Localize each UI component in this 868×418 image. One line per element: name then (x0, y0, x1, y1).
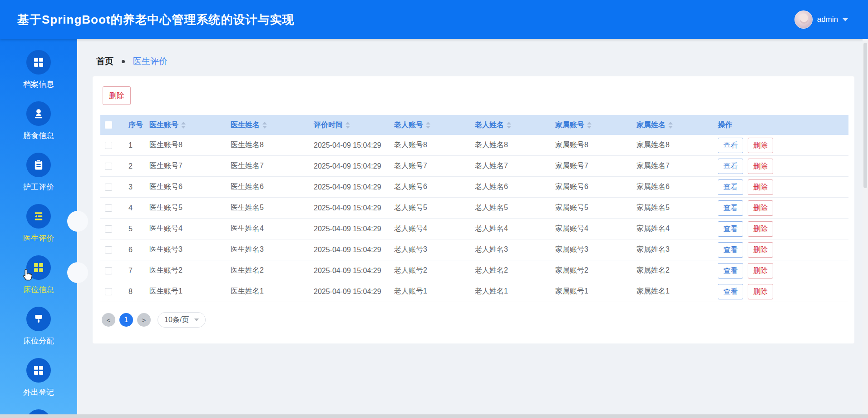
table-row: 8 医生账号1 医生姓名1 2025-04-09 15:04:29 老人账号1 … (100, 281, 848, 302)
sidebar-item-label: 医生评价 (23, 233, 54, 244)
sidebar-item-外出登记[interactable]: 外出登记 (0, 353, 77, 404)
row-delete-button[interactable]: 删除 (748, 179, 773, 195)
cell-eval-time: 2025-04-09 15:04:29 (309, 288, 390, 296)
chevron-down-icon (194, 318, 199, 321)
cell-elder-name: 老人姓名1 (470, 287, 551, 296)
sort-icon[interactable] (507, 122, 511, 129)
cell-family-account: 家属账号3 (551, 245, 632, 254)
breadcrumb-home[interactable]: 首页 (96, 55, 113, 67)
next-page-button[interactable]: > (137, 313, 151, 327)
view-button[interactable]: 查看 (718, 159, 743, 174)
view-button[interactable]: 查看 (718, 284, 743, 299)
column-label: 家属账号 (555, 120, 584, 130)
user-menu[interactable]: admin (794, 10, 848, 29)
page-scrollbar[interactable] (863, 39, 868, 414)
sort-icon[interactable] (345, 122, 350, 129)
row-delete-button[interactable]: 删除 (748, 200, 773, 216)
column-header-7[interactable]: 家属账号 (551, 120, 632, 130)
page-size-select[interactable]: 10条/页 (158, 312, 206, 328)
cell-doctor-name: 医生姓名4 (226, 224, 309, 234)
column-header-1: 序号 (124, 120, 145, 130)
column-header-8[interactable]: 家属姓名 (632, 120, 713, 130)
cell-index: 1 (124, 141, 145, 149)
select-all-checkbox[interactable] (105, 121, 112, 129)
sidebar-item-膳食信息[interactable]: 膳食信息 (0, 96, 77, 147)
sort-icon[interactable] (262, 122, 267, 129)
row-delete-button[interactable]: 删除 (748, 138, 773, 153)
cell-elder-account: 老人账号6 (390, 182, 470, 192)
column-header-6[interactable]: 老人姓名 (470, 120, 551, 130)
view-button[interactable]: 查看 (718, 263, 743, 279)
cell-family-name: 家属姓名8 (632, 140, 713, 150)
breadcrumb-separator-icon (122, 60, 125, 63)
sidebar-item-档案信息[interactable]: 档案信息 (0, 45, 77, 96)
view-button[interactable]: 查看 (718, 138, 743, 153)
cell-index: 2 (124, 162, 145, 170)
row-checkbox[interactable] (105, 163, 112, 170)
row-checkbox[interactable] (105, 204, 112, 212)
row-delete-button[interactable]: 删除 (748, 159, 773, 174)
row-checkbox[interactable] (105, 267, 112, 274)
sidebar-item-label: 档案信息 (23, 79, 54, 90)
column-header-4[interactable]: 评价时间 (309, 120, 390, 130)
sidebar-item-床位信息[interactable]: 床位信息 (0, 250, 77, 301)
cell-index: 6 (124, 246, 145, 254)
column-label: 操作 (718, 120, 732, 130)
row-checkbox[interactable] (105, 246, 112, 254)
sort-icon[interactable] (426, 122, 430, 129)
row-delete-button[interactable]: 删除 (748, 284, 773, 299)
page-1-button[interactable]: 1 (119, 313, 133, 327)
cell-eval-time: 2025-04-09 15:04:29 (309, 141, 390, 149)
cell-doctor-name: 医生姓名2 (226, 266, 309, 275)
breadcrumb-current[interactable]: 医生评价 (133, 55, 168, 67)
row-delete-button[interactable]: 删除 (748, 263, 773, 279)
table-row: 5 医生账号4 医生姓名4 2025-04-09 15:04:29 老人账号4 … (100, 219, 848, 239)
prev-page-button[interactable]: < (102, 313, 115, 327)
cell-doctor-account: 医生账号6 (145, 182, 226, 192)
sort-icon[interactable] (587, 122, 592, 129)
sidebar-item-床位分配[interactable]: 床位分配 (0, 301, 77, 353)
horizontal-scrollbar[interactable] (0, 414, 868, 418)
cell-elder-account: 老人账号2 (390, 266, 470, 275)
cell-family-account: 家属账号7 (551, 161, 632, 171)
sidebar-item-护工评价[interactable]: 护工评价 (0, 147, 77, 199)
view-button[interactable]: 查看 (718, 242, 743, 258)
row-checkbox[interactable] (105, 142, 112, 149)
cell-eval-time: 2025-04-09 15:04:29 (309, 267, 390, 275)
sidebar-item-医生评价[interactable]: 医生评价 (0, 199, 77, 250)
row-checkbox[interactable] (105, 225, 112, 233)
table-row: 3 医生账号6 医生姓名6 2025-04-09 15:04:29 老人账号6 … (100, 177, 848, 198)
table-row: 4 医生账号5 医生姓名5 2025-04-09 15:04:29 老人账号5 … (100, 198, 848, 219)
row-delete-button[interactable]: 删除 (748, 221, 773, 237)
page-size-value: 10条/页 (164, 315, 189, 325)
column-header-9: 操作 (713, 120, 848, 130)
main-content: 首页 医生评价 删除 序号医生账号医生姓名评价时间老人账号老人姓名家属账号家属姓… (77, 39, 868, 418)
cell-elder-account: 老人账号5 (390, 203, 470, 213)
sort-icon[interactable] (181, 122, 186, 129)
column-header-5[interactable]: 老人账号 (390, 120, 470, 130)
view-button[interactable]: 查看 (718, 179, 743, 195)
table-row: 7 医生账号2 医生姓名2 2025-04-09 15:04:29 老人账号2 … (100, 260, 848, 281)
cell-index: 4 (124, 204, 145, 212)
cell-family-name: 家属姓名4 (632, 224, 713, 234)
row-checkbox[interactable] (105, 288, 112, 295)
select-all-checkbox-cell (100, 121, 124, 129)
sort-icon[interactable] (668, 122, 673, 129)
row-delete-button[interactable]: 删除 (748, 242, 773, 258)
content-card: 删除 序号医生账号医生姓名评价时间老人账号老人姓名家属账号家属姓名操作 1 医生… (93, 76, 854, 343)
view-button[interactable]: 查看 (718, 200, 743, 216)
column-label: 序号 (128, 120, 143, 130)
view-button[interactable]: 查看 (718, 221, 743, 237)
column-header-2[interactable]: 医生账号 (145, 120, 226, 130)
row-checkbox[interactable] (105, 184, 112, 191)
breadcrumb: 首页 医生评价 (77, 39, 868, 67)
sidebar-item-label: 外出登记 (23, 387, 54, 398)
sidebar-item-label: 床位信息 (23, 284, 54, 295)
cell-doctor-name: 医生姓名5 (226, 203, 309, 213)
column-header-3[interactable]: 医生姓名 (226, 120, 309, 130)
column-label: 医生姓名 (231, 120, 260, 130)
bulk-delete-button[interactable]: 删除 (103, 86, 131, 105)
clipboard-icon (26, 153, 51, 177)
avatar[interactable] (794, 10, 813, 29)
cell-elder-account: 老人账号3 (390, 245, 470, 254)
